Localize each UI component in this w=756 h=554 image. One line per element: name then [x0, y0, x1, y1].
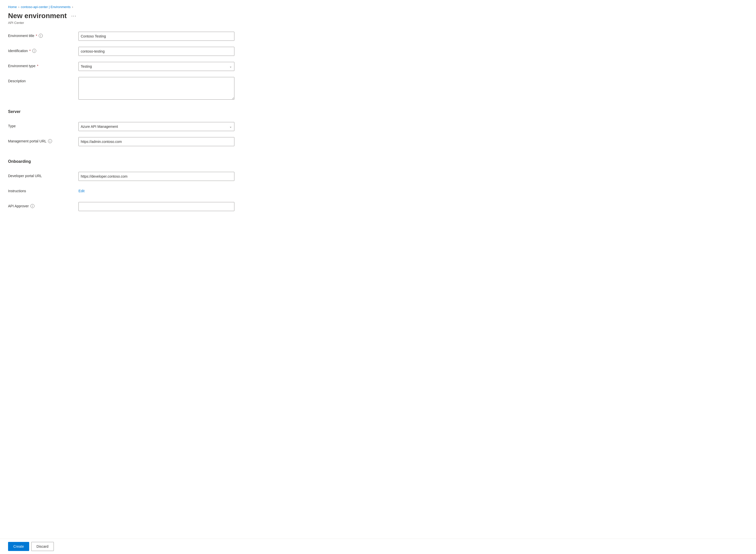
developer-portal-url-row: Developer portal URL — [8, 172, 294, 182]
breadcrumb-separator-1: › — [18, 5, 19, 9]
page-header: New environment ··· — [8, 12, 294, 20]
description-row: Description — [8, 77, 294, 100]
environment-title-control — [78, 32, 234, 41]
management-portal-url-input[interactable] — [78, 137, 234, 146]
environment-type-row: Environment type * Testing Development S… — [8, 62, 294, 72]
identification-input[interactable] — [78, 47, 234, 56]
instructions-label: Instructions — [8, 187, 78, 193]
environment-title-row: Environment title * i — [8, 32, 294, 42]
page-subtitle: API Center — [8, 21, 294, 25]
management-portal-url-control — [78, 137, 234, 146]
discard-button[interactable]: Discard — [31, 542, 54, 551]
environment-type-control: Testing Development Staging Production ⌄ — [78, 62, 234, 71]
developer-portal-url-input[interactable] — [78, 172, 234, 181]
breadcrumb-separator-2: › — [72, 5, 73, 9]
developer-portal-url-control — [78, 172, 234, 181]
identification-label: Identification * i — [8, 47, 78, 53]
environment-title-required: * — [36, 34, 37, 38]
description-textarea[interactable] — [78, 77, 234, 100]
environment-title-label: Environment title * i — [8, 32, 78, 38]
description-control — [78, 77, 234, 100]
api-approver-control — [78, 202, 234, 211]
description-label: Description — [8, 77, 78, 83]
server-type-control: Azure API Management Custom None ⌄ — [78, 122, 234, 131]
server-section-header: Server — [8, 105, 294, 118]
create-button[interactable]: Create — [8, 542, 29, 551]
environment-type-required: * — [37, 64, 38, 68]
api-approver-label: API Approver i — [8, 202, 78, 208]
identification-control — [78, 47, 234, 56]
breadcrumb: Home › contoso-api-center | Environments… — [8, 5, 294, 9]
server-type-row: Type Azure API Management Custom None ⌄ — [8, 122, 294, 132]
environment-type-select[interactable]: Testing Development Staging Production — [78, 62, 234, 71]
onboarding-section-header: Onboarding — [8, 155, 294, 168]
breadcrumb-environments-link[interactable]: contoso-api-center | Environments — [21, 5, 71, 9]
management-portal-url-info-icon[interactable]: i — [48, 139, 52, 143]
environment-title-input[interactable] — [78, 32, 234, 41]
api-approver-input[interactable] — [78, 202, 234, 211]
identification-info-icon[interactable]: i — [32, 49, 36, 53]
developer-portal-url-label: Developer portal URL — [8, 172, 78, 178]
management-portal-url-row: Management portal URL i — [8, 137, 294, 147]
api-approver-row: API Approver i — [8, 202, 294, 212]
identification-row: Identification * i — [8, 47, 294, 57]
instructions-row: Instructions Edit — [8, 187, 294, 197]
environment-type-label: Environment type * — [8, 62, 78, 68]
new-environment-form: Environment title * i Identification * i… — [8, 32, 294, 217]
environment-type-select-wrapper: Testing Development Staging Production ⌄ — [78, 62, 234, 71]
bottom-action-bar: Create Discard — [0, 539, 756, 554]
instructions-control: Edit — [78, 187, 234, 193]
server-type-label: Type — [8, 122, 78, 128]
page-title: New environment — [8, 12, 67, 20]
management-portal-url-label: Management portal URL i — [8, 137, 78, 143]
api-approver-info-icon[interactable]: i — [31, 204, 35, 208]
instructions-edit-link[interactable]: Edit — [78, 187, 84, 193]
breadcrumb-home-link[interactable]: Home — [8, 5, 17, 9]
more-options-button[interactable]: ··· — [69, 12, 78, 20]
server-type-select[interactable]: Azure API Management Custom None — [78, 122, 234, 131]
environment-title-info-icon[interactable]: i — [39, 34, 43, 38]
identification-required: * — [30, 49, 31, 53]
server-type-select-wrapper: Azure API Management Custom None ⌄ — [78, 122, 234, 131]
